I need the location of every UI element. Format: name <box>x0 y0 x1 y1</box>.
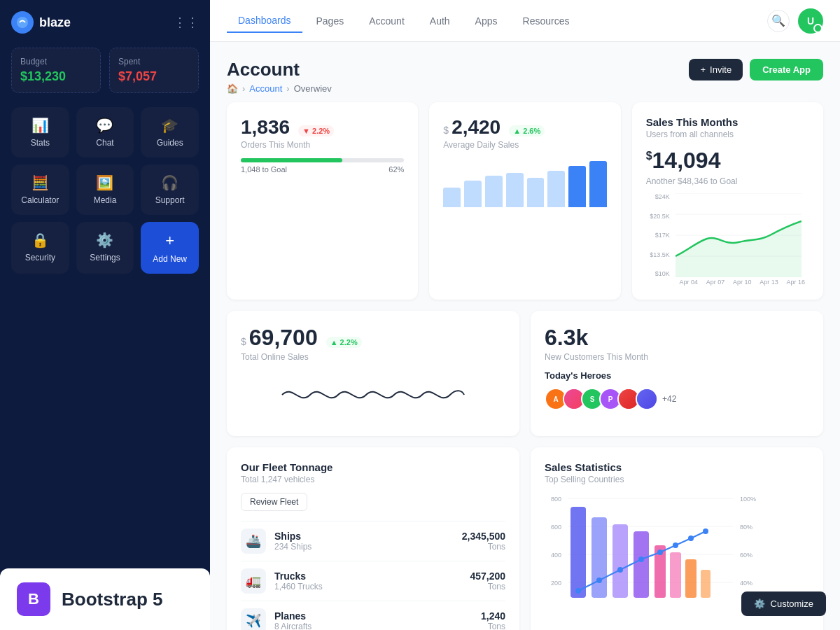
chat-icon: 💬 <box>96 117 113 134</box>
trucks-icon: 🚛 <box>241 568 266 594</box>
bar-8 <box>589 161 607 208</box>
stats-row-2: $ 69,700 ▲ 2.2% Total Online Sales 6.3k … <box>227 311 823 436</box>
fleet-title: Our Fleet Tonnage <box>241 461 505 473</box>
hero-6 <box>636 388 658 410</box>
logo-icon <box>11 11 34 34</box>
trucks-amount: 457,200 <box>470 570 505 582</box>
sidebar-item-guides[interactable]: 🎓 Guides <box>141 107 199 158</box>
orders-progress-label: 1,048 to Goal <box>241 165 287 174</box>
sidebar-header: blaze ⋮⋮ <box>11 11 199 34</box>
orders-progress-pct: 62% <box>388 165 404 174</box>
sidebar-item-media[interactable]: 🖼️ Media <box>76 164 134 215</box>
security-label: Security <box>25 253 55 262</box>
bar-2 <box>464 181 482 208</box>
menu-icon[interactable]: ⋮⋮ <box>174 15 199 30</box>
daily-sales-value: 2,420 <box>451 116 500 139</box>
breadcrumb-overview: Overwiev <box>294 83 332 94</box>
sidebar: blaze ⋮⋮ Budget $13,230 Spent $7,057 📊 S… <box>0 0 210 630</box>
page-title: Account <box>227 59 332 80</box>
daily-sales-dollar: $ <box>443 125 449 136</box>
sales-svg-chart <box>676 193 802 277</box>
spent-amount: $7,057 <box>118 69 190 84</box>
heroes-row: A S P +42 <box>545 388 809 410</box>
svg-point-22 <box>575 588 581 594</box>
svg-rect-17 <box>634 531 649 598</box>
breadcrumb-home-icon[interactable]: 🏠 <box>227 83 238 94</box>
trucks-count: 1,460 Trucks <box>274 582 323 592</box>
sidebar-item-support[interactable]: 🎧 Support <box>141 164 199 215</box>
svg-text:60%: 60% <box>740 552 752 559</box>
nav-account[interactable]: Account <box>358 10 416 32</box>
svg-rect-19 <box>670 552 681 598</box>
settings-icon: ⚙️ <box>96 232 113 248</box>
bootstrap-text: Bootstrap 5 <box>62 589 162 610</box>
trucks-name: Trucks <box>274 570 323 582</box>
bar-1 <box>443 188 461 207</box>
svg-rect-16 <box>612 524 628 598</box>
sales-month-card: Sales This Months Users from all channel… <box>632 102 823 300</box>
security-icon: 🔒 <box>31 232 49 248</box>
sidebar-item-security[interactable]: 🔒 Security <box>11 222 69 274</box>
daily-sales-card: $ 2,420 ▲ 2.6% Average Daily Sales <box>429 102 620 300</box>
nav-pages[interactable]: Pages <box>305 10 356 32</box>
invite-button[interactable]: + Invite <box>689 59 743 80</box>
page-actions: + Invite Create App <box>689 59 823 80</box>
search-button[interactable]: 🔍 <box>767 10 790 32</box>
budget-amount: $13,230 <box>20 69 92 84</box>
sidebar-item-add-new[interactable]: + Add New <box>141 222 199 274</box>
sidebar-logo: blaze <box>11 11 71 34</box>
heroes-count: +42 <box>662 394 676 404</box>
nav-resources[interactable]: Resources <box>512 10 581 32</box>
breadcrumb-account[interactable]: Account <box>249 83 282 94</box>
fleet-trucks: 🚛 Trucks 1,460 Trucks 457,200 Tons <box>241 561 505 601</box>
orders-value: 1,836 <box>241 116 290 139</box>
online-sales-label: Total Online Sales <box>241 352 505 362</box>
app-name: blaze <box>39 15 71 30</box>
wavy-svg <box>241 370 505 419</box>
planes-name: Planes <box>274 610 312 622</box>
calculator-label: Calculator <box>21 195 59 205</box>
svg-rect-15 <box>592 517 607 598</box>
bar-6 <box>547 171 565 208</box>
sales-month-dollar: $ <box>646 150 652 162</box>
user-avatar[interactable]: U <box>798 8 823 34</box>
page-header: Account 🏠 › Account › Overwiev + Invite … <box>227 59 823 94</box>
invite-plus-icon: + <box>700 64 706 75</box>
nav-dashboards[interactable]: Dashboards <box>227 9 302 33</box>
svg-point-29 <box>703 528 708 534</box>
guides-icon: 🎓 <box>161 117 178 134</box>
orders-progress-fill <box>241 158 342 162</box>
create-app-button[interactable]: Create App <box>750 59 823 80</box>
add-new-label: Add New <box>153 254 187 264</box>
sidebar-item-calculator[interactable]: 🧮 Calculator <box>11 164 69 215</box>
budget-card: Budget $13,230 <box>11 48 101 93</box>
online-sales-value: 69,700 <box>249 325 318 351</box>
bar-4 <box>506 173 524 207</box>
svg-rect-14 <box>570 507 586 598</box>
new-customers-value: 6.3k <box>545 325 588 351</box>
orders-card: 1,836 ▼ 2.2% Orders This Month 1,048 to … <box>227 102 418 300</box>
new-customers-label: New Customers This Month <box>545 352 809 362</box>
nav-apps[interactable]: Apps <box>464 10 509 32</box>
chat-label: Chat <box>96 138 113 148</box>
online-sales-card: $ 69,700 ▲ 2.2% Total Online Sales <box>227 311 519 436</box>
sidebar-grid: 📊 Stats 💬 Chat 🎓 Guides 🧮 Calculator 🖼️ … <box>11 107 199 274</box>
guides-label: Guides <box>157 138 183 148</box>
nav-auth[interactable]: Auth <box>419 10 461 32</box>
bar-7 <box>568 166 586 208</box>
planes-unit: Tons <box>481 622 505 630</box>
stats-row-1: 1,836 ▼ 2.2% Orders This Month 1,048 to … <box>227 102 823 300</box>
fleet-card: Our Fleet Tonnage Total 1,247 vehicles R… <box>227 447 519 630</box>
sales-stats-svg: 800 600 400 200 <box>545 493 809 605</box>
topnav-left: Dashboards Pages Account Auth Apps Resou… <box>227 9 580 33</box>
customize-button[interactable]: ⚙️ Customize <box>741 592 826 616</box>
review-fleet-button[interactable]: Review Fleet <box>241 493 307 511</box>
svg-rect-21 <box>701 570 710 598</box>
ships-amount: 2,345,500 <box>462 531 505 542</box>
sidebar-item-stats[interactable]: 📊 Stats <box>11 107 69 158</box>
sidebar-item-chat[interactable]: 💬 Chat <box>76 107 134 158</box>
sales-month-value: $14,094 <box>646 148 809 174</box>
sales-month-title: Sales This Months <box>646 116 809 128</box>
sidebar-item-settings[interactable]: ⚙️ Settings <box>76 222 134 274</box>
svg-point-0 <box>17 17 28 28</box>
